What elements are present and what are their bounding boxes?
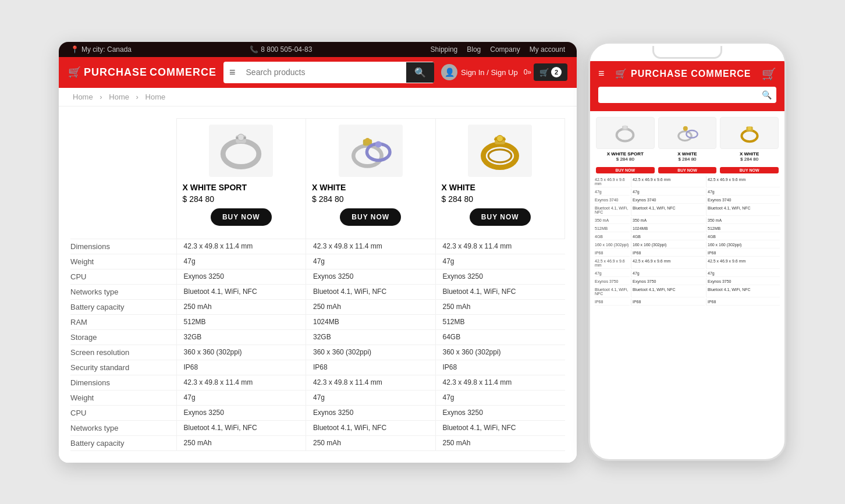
mobile-product-2: X WHITE $ 284 80 BUY NOW [658, 117, 717, 175]
svg-point-23 [683, 126, 688, 131]
logo-text1: PURCHASE [84, 66, 147, 79]
spec-val-3: 250 mAh [435, 435, 565, 450]
spec-val-2: IP68 [306, 360, 435, 375]
mobile-spec-val: 47g [631, 270, 705, 277]
spec-label: Storage [70, 329, 176, 345]
spec-row: CPU Exynos 3250 Exynos 3250 Exynos 3250 [70, 405, 565, 420]
breadcrumb-home2[interactable]: Home [109, 93, 129, 101]
mobile-spec-val: 42.5 x 46.9 x 9.6 mm [706, 258, 780, 269]
header-right: 👤 Sign In / Sign Up 0» 🛒 2 [441, 63, 567, 81]
mobile-spec-label: 47g [595, 189, 630, 196]
spec-row: RAM 512MB 1024MB 512MB [70, 314, 565, 329]
menu-button[interactable]: ≡ [223, 62, 242, 83]
svg-point-26 [747, 127, 751, 130]
mobile-spec-val: 47g [706, 270, 780, 277]
mobile-spec-label: 47g [595, 270, 630, 277]
mobile-spec-label: 4GB [595, 233, 630, 240]
spec-val-1: 250 mAh [176, 299, 306, 314]
nav-company[interactable]: Company [490, 45, 520, 54]
mobile-spec-val: Exynos 3740 [706, 197, 780, 204]
svg-point-15 [494, 138, 496, 140]
mobile-buy-button-2[interactable]: BUY NOW [658, 167, 717, 173]
spec-row: Networks type Bluetoot 4.1, WiFi, NFC Bl… [70, 284, 565, 299]
spec-val-2: 42.3 x 49.8 x 11.4 mm [306, 239, 435, 254]
breadcrumb-home3[interactable]: Home [145, 93, 166, 101]
signin-label: Sign In / Sign Up [461, 68, 518, 77]
svg-point-17 [488, 149, 512, 162]
ring-svg-2 [339, 125, 403, 177]
mobile-spec-label: 350 mA [595, 217, 630, 224]
top-bar-phone: 📞 8 800 505-04-83 [250, 45, 312, 54]
mobile-product-3: X WHITE $ 284 80 BUY NOW [720, 117, 779, 175]
mobile-spec-grid: 42.5 x 46.9 x 9.6 mm42.5 x 46.9 x 9.6 mm… [595, 176, 780, 306]
location-text: My city: Canada [81, 45, 132, 54]
mobile-buy-button-3[interactable]: BUY NOW [720, 167, 779, 173]
spec-label: Battery capacity [70, 435, 176, 450]
spec-val-1: 360 x 360 (302ppi) [176, 345, 306, 360]
header: 🛒 PURCHASE COMMERCE ≡ 🔍 👤 Sign In / Sign… [59, 57, 577, 88]
spec-label: Battery capacity [70, 299, 176, 314]
mobile-spec-val: 4GB [631, 233, 705, 240]
ring-svg-3 [468, 125, 532, 177]
signin-button[interactable]: 👤 Sign In / Sign Up [441, 64, 518, 80]
breadcrumb-home1[interactable]: Home [73, 93, 93, 101]
logo[interactable]: 🛒 PURCHASE COMMERCE [68, 66, 216, 79]
mobile-search-input[interactable] [598, 87, 757, 102]
mobile-product-name-1: X WHITE SPORT [596, 151, 655, 157]
svg-point-11 [381, 143, 384, 145]
spec-val-1: IP68 [176, 360, 306, 375]
mobile-spec-val: IP68 [631, 250, 705, 257]
product-image-1 [209, 125, 273, 177]
breadcrumb-sep1: › [100, 93, 102, 101]
buy-button-1[interactable]: BUY NOW [211, 208, 272, 226]
spec-val-3: 360 x 360 (302ppi) [435, 345, 565, 360]
mobile-buy-button-1[interactable]: BUY NOW [596, 167, 655, 173]
mobile-spec-val: Bluetoot 4.1, WiFi, NFC [631, 205, 705, 216]
product-name-1: X WHITE SPORT [183, 183, 300, 192]
search-input[interactable] [242, 63, 407, 81]
mobile-search-button[interactable]: 🔍 [757, 87, 776, 103]
mobile-logo[interactable]: 🛒 PURCHASE COMMERCE [615, 68, 751, 79]
mobile-spec-val: 47g [631, 189, 705, 196]
mobile-spec-label: IP68 [595, 250, 630, 257]
mobile-spec-val: IP68 [706, 250, 780, 257]
nav-shipping[interactable]: Shipping [431, 45, 458, 54]
main-content: X WHITE SPORT $ 284 80 BUY NOW [59, 107, 577, 463]
mobile-spec-val: Bluetoot 4.1, WiFi, NFC [706, 286, 780, 297]
spec-val-1: Bluetoot 4.1, WiFi, NFC [176, 420, 306, 435]
mobile-spec-val: Exynos 3750 [631, 278, 705, 285]
spec-row: CPU Exynos 3250 Exynos 3250 Exynos 3250 [70, 269, 565, 284]
svg-point-7 [365, 138, 370, 143]
mobile-spec-val: IP68 [631, 299, 705, 306]
nav-account[interactable]: My account [530, 45, 565, 54]
search-button[interactable]: 🔍 [406, 62, 434, 83]
mobile-menu-icon[interactable]: ≡ [598, 68, 605, 80]
mobile-mockup: ≡ 🛒 PURCHASE COMMERCE 🛒 🔍 [588, 42, 786, 461]
mobile-spec-val: 1024MB [631, 225, 705, 232]
mobile-spec-label: Bluetoot 4.1, WiFi, NFC [595, 286, 630, 297]
product-image-3 [468, 125, 532, 177]
buy-button-2[interactable]: BUY NOW [340, 208, 401, 226]
spec-val-2: 250 mAh [306, 299, 435, 314]
nav-blog[interactable]: Blog [467, 45, 481, 54]
mobile-spec-val: IP68 [706, 299, 780, 306]
spec-val-2: Bluetoot 4.1, WiFi, NFC [306, 284, 435, 299]
spec-val-2: 47g [306, 390, 435, 405]
spec-val-2: 32GB [306, 329, 435, 345]
logo-text2: COMMERCE [150, 66, 216, 79]
mobile-spec-val: Bluetoot 4.1, WiFi, NFC [631, 286, 705, 297]
cart-button[interactable]: 🛒 2 [534, 63, 567, 81]
spec-val-3: 250 mAh [435, 299, 565, 314]
product-col-2: X WHITE $ 284 80 BUY NOW [306, 118, 435, 239]
buy-button-3[interactable]: BUY NOW [470, 208, 531, 226]
phone-number: 8 800 505-04-83 [261, 45, 312, 54]
mobile-spec-val: 160 x 160 (302ppi) [706, 242, 780, 249]
svg-point-0 [223, 141, 259, 166]
spec-label: Security standard [70, 360, 176, 375]
spec-val-2: 47g [306, 254, 435, 269]
svg-point-9 [375, 141, 381, 147]
mobile-spec-label: Exynos 3750 [595, 278, 630, 285]
mobile-spec-val: 47g [706, 189, 780, 196]
cart-area: 0» 🛒 2 [524, 63, 567, 81]
mobile-cart-icon[interactable]: 🛒 [762, 67, 776, 81]
